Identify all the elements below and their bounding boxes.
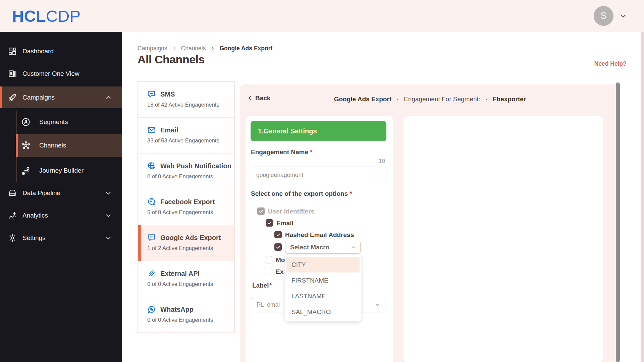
sidebar-item-label: Channels	[39, 142, 66, 149]
dot-separator: ·	[485, 96, 487, 103]
dropdown-option-firstname[interactable]: FIRSTNAME	[286, 273, 360, 288]
dropdown-option-sal-macro[interactable]: SAL_MACRO	[286, 304, 360, 320]
sidebar-item-segments[interactable]: Segments	[0, 111, 122, 133]
analytics-icon	[8, 211, 17, 220]
journey-builder-icon	[21, 166, 31, 175]
hashed-email-label: Hashed Email Address	[285, 231, 354, 239]
channel-item-facebook-export[interactable]: Facebook Export 5 of 8 Active Engagement…	[138, 189, 234, 225]
required-asterisk: *	[350, 190, 352, 197]
export-options-label: Select one of the export options*	[251, 190, 352, 197]
sidebar-item-label: Journey Builder	[39, 167, 84, 174]
channels-icon	[21, 141, 31, 150]
sidebar: Dashboard Customer One View Campaigns Se…	[0, 32, 122, 362]
checkbox-clipped-1[interactable]	[265, 256, 272, 263]
chevron-down-icon[interactable]	[619, 12, 627, 20]
dropdown-option-city[interactable]: CITY	[286, 257, 360, 273]
settings-gear-icon	[8, 234, 17, 242]
sidebar-item-label: Settings	[22, 234, 46, 242]
page-title: All Channels	[138, 53, 205, 66]
campaigns-rocket-icon	[8, 93, 17, 102]
channel-name: WhatsApp	[160, 306, 194, 313]
whatsapp-icon	[147, 305, 156, 314]
checkbox-email[interactable]	[266, 219, 273, 227]
breadcrumb: Campaigns Channels Google Ads Export	[138, 45, 272, 52]
detail-preview-card	[404, 116, 603, 362]
channel-item-email[interactable]: Email 33 of 53 Active Engagements	[138, 118, 234, 154]
general-settings-card: 1.General Settings Engagement Name* 10 S…	[246, 116, 393, 362]
sidebar-item-journey-builder[interactable]: Journey Builder	[0, 159, 122, 182]
clipped-option-label-2: Ex	[276, 268, 283, 276]
channel-item-external-api[interactable]: External API 0 of 0 Active Engagements	[138, 261, 234, 297]
channel-item-whatsapp[interactable]: WhatsApp 0 of 0 Active Engagements	[138, 297, 234, 333]
chevron-down-icon[interactable]	[105, 234, 112, 242]
user-identifiers-label: User Identifiers	[268, 208, 314, 215]
channel-stats: 33 of 53 Active Engagements	[147, 137, 234, 144]
channel-stats: 18 of 42 Active Engagements	[147, 102, 234, 108]
check-icon	[267, 221, 272, 226]
chevron-up-icon[interactable]	[105, 94, 112, 101]
channel-name: Web Push Notification	[160, 162, 231, 170]
panel-subtitle: Engagement For Segment:	[404, 96, 480, 103]
select-macro-placeholder: Select Macro	[290, 244, 329, 251]
clipped-option-label-1: Mo	[276, 256, 285, 264]
channel-name: SMS	[160, 90, 175, 98]
app-header: HCL CDP S	[0, 0, 644, 32]
sidebar-item-channels[interactable]: Channels	[16, 134, 122, 157]
sidebar-item-settings[interactable]: Settings	[0, 229, 122, 247]
google-ads-export-icon	[147, 233, 156, 242]
checkbox-select-macro[interactable]	[274, 243, 282, 251]
sidebar-item-label: Data Pipeline	[22, 189, 60, 197]
page-edge-strip	[641, 32, 644, 362]
channel-name: Facebook Export	[160, 198, 215, 206]
select-macro-dropdown[interactable]: Select Macro	[285, 241, 361, 254]
chevron-down-icon[interactable]	[105, 189, 112, 197]
logo-bold: HCL	[12, 7, 46, 25]
need-help-link[interactable]: Need Help?	[594, 60, 627, 67]
vertical-scrollbar[interactable]	[616, 82, 620, 362]
channel-name: External API	[160, 270, 200, 278]
sms-icon	[147, 90, 156, 99]
user-menu[interactable]: S	[594, 0, 627, 32]
char-counter: 10	[379, 158, 385, 165]
dropdown-option-lastname[interactable]: LASTNAME	[286, 288, 360, 304]
check-icon	[276, 245, 281, 250]
channel-stats: 0 of 0 Active Engagements	[147, 281, 234, 287]
sidebar-item-customer-one-view[interactable]: Customer One View	[0, 64, 122, 83]
checkbox-clipped-2[interactable]	[265, 268, 272, 275]
chevron-down-icon[interactable]	[105, 212, 112, 219]
sidebar-item-data-pipeline[interactable]: Data Pipeline	[0, 184, 122, 202]
panel-title: Google Ads Export · Engagement For Segme…	[240, 96, 620, 103]
sidebar-item-label: Customer One View	[22, 70, 79, 77]
web-push-icon	[147, 162, 156, 170]
engagement-name-label: Engagement Name*	[251, 148, 312, 156]
avatar[interactable]: S	[594, 6, 613, 26]
sidebar-item-dashboard[interactable]: Dashboard	[0, 42, 122, 61]
customer-one-view-icon	[8, 69, 17, 78]
sidebar-item-analytics[interactable]: Analytics	[0, 206, 122, 225]
label-select-value: PL_emai	[257, 301, 280, 308]
external-api-icon	[147, 269, 156, 278]
sidebar-item-campaigns[interactable]: Campaigns	[0, 86, 122, 108]
breadcrumb-channels[interactable]: Channels	[181, 45, 206, 52]
email-icon	[147, 126, 156, 134]
sidebar-item-label: Campaigns	[22, 94, 55, 101]
channel-stats: 1 of 2 Active Engagements	[147, 245, 234, 251]
label-field-label: Label*	[252, 282, 272, 289]
general-settings-header[interactable]: 1.General Settings	[251, 121, 386, 141]
channel-stats: 5 of 8 Active Engagements	[147, 209, 234, 216]
facebook-export-icon	[147, 197, 156, 206]
chevron-right-icon	[172, 46, 177, 51]
checkbox-user-identifiers[interactable]	[257, 207, 265, 215]
channel-item-sms[interactable]: SMS 18 of 42 Active Engagements	[138, 82, 234, 118]
channel-item-google-ads-export[interactable]: Google Ads Export 1 of 2 Active Engageme…	[138, 225, 234, 261]
sidebar-item-label: Dashboard	[22, 48, 54, 55]
channel-item-web-push[interactable]: Web Push Notification 0 of 0 Active Enga…	[138, 154, 234, 189]
dot-separator: ·	[396, 96, 398, 103]
check-icon	[259, 209, 264, 214]
breadcrumb-campaigns[interactable]: Campaigns	[138, 45, 167, 52]
required-asterisk: *	[310, 148, 312, 156]
logo-light: CDP	[46, 7, 80, 25]
macro-dropdown-menu: CITY FIRSTNAME LASTNAME SAL_MACRO	[285, 255, 361, 321]
engagement-name-input[interactable]	[251, 167, 386, 183]
checkbox-hashed-email[interactable]	[274, 231, 282, 238]
